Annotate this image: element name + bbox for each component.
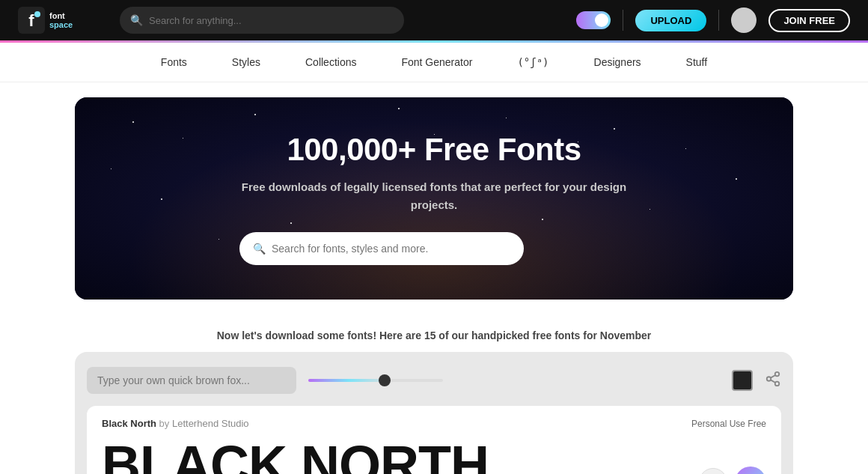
hero-title: 100,000+ Free Fonts (239, 132, 629, 168)
share-icon (765, 371, 781, 387)
svg-point-5 (775, 381, 780, 386)
nav-item-styles[interactable]: Styles (232, 56, 260, 68)
search-input[interactable] (149, 15, 394, 26)
size-slider-track[interactable] (308, 379, 443, 382)
svg-point-2 (34, 11, 40, 17)
hero-search-input[interactable] (272, 243, 510, 255)
font-by: by (159, 418, 170, 429)
font-item-header: Black North by Letterhend Studio Persona… (102, 418, 766, 429)
logo[interactable]: f font space (18, 7, 108, 34)
font-author: Letterhend Studio (172, 418, 249, 429)
search-bar[interactable]: 🔍 (120, 7, 404, 34)
hero-search-bar[interactable]: 🔍 (239, 232, 524, 265)
svg-point-4 (767, 377, 771, 381)
nav-item-designers[interactable]: Designers (594, 56, 641, 68)
font-preview-input[interactable] (87, 367, 296, 394)
add-to-collection-button[interactable]: + (699, 468, 727, 474)
size-slider-thumb[interactable] (379, 374, 391, 386)
share-button[interactable] (765, 371, 781, 391)
size-slider-area (308, 379, 720, 382)
secondary-nav: Fonts Styles Collections Font Generator … (0, 43, 868, 82)
font-name: Black North (102, 418, 156, 429)
download-button[interactable] (735, 467, 766, 474)
hero-subtitle: Free downloads of legally licensed fonts… (239, 178, 629, 214)
svg-point-3 (775, 371, 780, 376)
font-controls (87, 364, 781, 397)
logo-text: font space (49, 11, 73, 29)
hero-search-icon: 🔍 (253, 243, 266, 255)
color-swatch[interactable] (732, 370, 753, 391)
divider (623, 10, 623, 31)
search-icon: 🔍 (130, 14, 143, 26)
nav-item-stuff[interactable]: Stuff (686, 56, 708, 68)
font-item: Black North by Letterhend Studio Persona… (87, 406, 781, 474)
divider2 (718, 10, 719, 31)
font-card-row: BLACK NORTH + (102, 432, 766, 474)
avatar[interactable] (731, 7, 757, 33)
logo-icon: f (18, 7, 45, 34)
font-card-container: Black North by Letterhend Studio Persona… (75, 352, 793, 474)
nav-item-special[interactable]: (°ʃᵃ) (517, 56, 548, 68)
nav-item-generator[interactable]: Font Generator (401, 56, 472, 68)
font-name-line: Black North by Letterhend Studio (102, 418, 249, 429)
nav-item-fonts[interactable]: Fonts (161, 56, 187, 68)
upload-button[interactable]: UPLOAD (635, 10, 706, 31)
dark-mode-toggle[interactable] (576, 11, 611, 29)
nav-right: UPLOAD JOIN FREE (576, 7, 850, 33)
join-button[interactable]: JOIN FREE (768, 9, 850, 32)
nav-item-collections[interactable]: Collections (305, 56, 356, 68)
toggle-knob (595, 13, 608, 27)
svg-line-7 (771, 374, 775, 377)
hero-section: 100,000+ Free Fonts Free downloads of le… (75, 97, 793, 300)
svg-line-6 (771, 380, 775, 383)
promo-text: Now let's download some fonts! Here are … (0, 315, 868, 352)
hero-content: 100,000+ Free Fonts Free downloads of le… (239, 132, 629, 265)
font-license: Personal Use Free (691, 419, 766, 429)
top-nav: f font space 🔍 UPLOAD JOIN FREE (0, 0, 868, 40)
font-display-text: BLACK NORTH (102, 438, 489, 474)
font-actions: + (699, 461, 766, 474)
svg-text:f: f (28, 11, 34, 30)
